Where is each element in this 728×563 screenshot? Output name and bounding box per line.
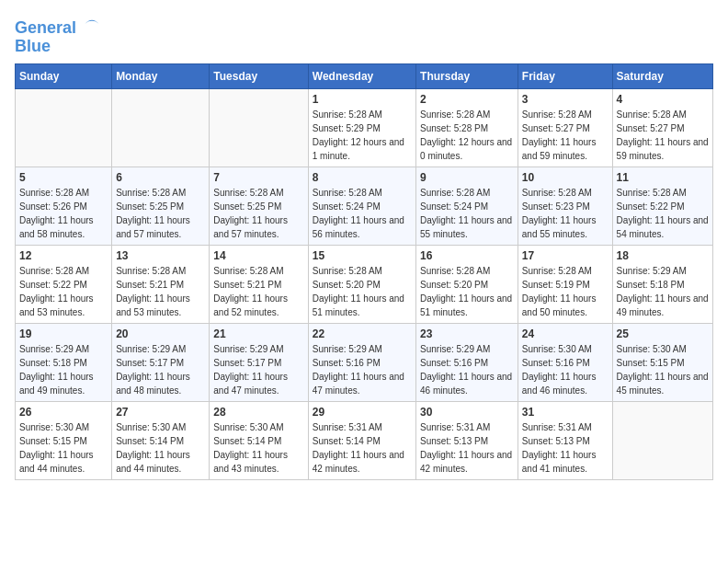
calendar-cell: 27Sunrise: 5:30 AMSunset: 5:14 PMDayligh… xyxy=(112,401,210,479)
calendar-cell: 3Sunrise: 5:28 AMSunset: 5:27 PMDaylight… xyxy=(518,88,612,167)
calendar-cell: 4Sunrise: 5:28 AMSunset: 5:27 PMDaylight… xyxy=(612,88,712,167)
calendar-week-2: 5Sunrise: 5:28 AMSunset: 5:26 PMDaylight… xyxy=(16,167,713,245)
calendar-cell: 26Sunrise: 5:30 AMSunset: 5:15 PMDayligh… xyxy=(16,401,112,479)
calendar-week-4: 19Sunrise: 5:29 AMSunset: 5:18 PMDayligh… xyxy=(16,323,713,401)
weekday-tuesday: Tuesday xyxy=(210,63,308,88)
day-info: Sunrise: 5:30 AMSunset: 5:14 PMDaylight:… xyxy=(213,420,303,476)
day-number: 24 xyxy=(522,327,609,340)
day-info: Sunrise: 5:28 AMSunset: 5:25 PMDaylight:… xyxy=(213,186,303,241)
day-number: 1 xyxy=(313,93,412,106)
day-info: Sunrise: 5:29 AMSunset: 5:17 PMDaylight:… xyxy=(213,342,303,397)
calendar-week-3: 12Sunrise: 5:28 AMSunset: 5:22 PMDayligh… xyxy=(16,245,713,323)
calendar-cell: 23Sunrise: 5:29 AMSunset: 5:16 PMDayligh… xyxy=(416,323,518,401)
day-number: 16 xyxy=(420,249,514,262)
calendar-cell: 14Sunrise: 5:28 AMSunset: 5:21 PMDayligh… xyxy=(210,245,308,323)
day-info: Sunrise: 5:28 AMSunset: 5:20 PMDaylight:… xyxy=(420,264,514,319)
day-number: 27 xyxy=(116,406,205,419)
calendar-cell xyxy=(210,88,308,167)
logo-text: General xyxy=(15,15,101,38)
logo-icon xyxy=(83,15,101,33)
day-info: Sunrise: 5:28 AMSunset: 5:19 PMDaylight:… xyxy=(522,264,609,319)
day-info: Sunrise: 5:31 AMSunset: 5:13 PMDaylight:… xyxy=(522,420,609,476)
day-number: 29 xyxy=(313,406,412,419)
weekday-wednesday: Wednesday xyxy=(308,63,415,88)
day-number: 12 xyxy=(19,249,108,262)
calendar-cell: 7Sunrise: 5:28 AMSunset: 5:25 PMDaylight… xyxy=(210,167,308,245)
weekday-thursday: Thursday xyxy=(416,63,518,88)
day-info: Sunrise: 5:28 AMSunset: 5:20 PMDaylight:… xyxy=(313,264,412,319)
day-info: Sunrise: 5:28 AMSunset: 5:28 PMDaylight:… xyxy=(420,108,514,163)
day-info: Sunrise: 5:31 AMSunset: 5:13 PMDaylight:… xyxy=(420,420,514,476)
day-info: Sunrise: 5:28 AMSunset: 5:21 PMDaylight:… xyxy=(116,264,205,319)
weekday-saturday: Saturday xyxy=(612,63,712,88)
calendar-cell: 17Sunrise: 5:28 AMSunset: 5:19 PMDayligh… xyxy=(518,245,612,323)
day-number: 21 xyxy=(213,327,303,340)
day-info: Sunrise: 5:28 AMSunset: 5:24 PMDaylight:… xyxy=(313,186,412,241)
day-number: 4 xyxy=(617,93,709,106)
day-info: Sunrise: 5:28 AMSunset: 5:22 PMDaylight:… xyxy=(19,264,108,319)
day-info: Sunrise: 5:28 AMSunset: 5:27 PMDaylight:… xyxy=(522,108,609,163)
day-info: Sunrise: 5:28 AMSunset: 5:25 PMDaylight:… xyxy=(116,186,205,241)
calendar-cell: 31Sunrise: 5:31 AMSunset: 5:13 PMDayligh… xyxy=(518,401,612,479)
day-number: 14 xyxy=(213,249,303,262)
weekday-sunday: Sunday xyxy=(16,63,112,88)
weekday-friday: Friday xyxy=(518,63,612,88)
calendar-cell: 13Sunrise: 5:28 AMSunset: 5:21 PMDayligh… xyxy=(112,245,210,323)
day-number: 2 xyxy=(420,93,514,106)
day-number: 31 xyxy=(522,406,609,419)
day-info: Sunrise: 5:31 AMSunset: 5:14 PMDaylight:… xyxy=(313,420,412,476)
calendar-cell: 24Sunrise: 5:30 AMSunset: 5:16 PMDayligh… xyxy=(518,323,612,401)
calendar-cell: 16Sunrise: 5:28 AMSunset: 5:20 PMDayligh… xyxy=(416,245,518,323)
calendar-cell xyxy=(112,88,210,167)
day-info: Sunrise: 5:28 AMSunset: 5:22 PMDaylight:… xyxy=(617,186,709,241)
calendar-cell: 6Sunrise: 5:28 AMSunset: 5:25 PMDaylight… xyxy=(112,167,210,245)
day-number: 26 xyxy=(19,406,108,419)
day-info: Sunrise: 5:30 AMSunset: 5:14 PMDaylight:… xyxy=(116,420,205,476)
calendar-header: SundayMondayTuesdayWednesdayThursdayFrid… xyxy=(16,63,713,88)
day-number: 5 xyxy=(19,171,108,184)
day-number: 11 xyxy=(617,171,709,184)
calendar-cell: 28Sunrise: 5:30 AMSunset: 5:14 PMDayligh… xyxy=(210,401,308,479)
day-number: 13 xyxy=(116,249,205,262)
day-info: Sunrise: 5:29 AMSunset: 5:18 PMDaylight:… xyxy=(617,264,709,319)
day-info: Sunrise: 5:29 AMSunset: 5:18 PMDaylight:… xyxy=(19,342,108,397)
calendar-cell: 8Sunrise: 5:28 AMSunset: 5:24 PMDaylight… xyxy=(308,167,415,245)
calendar-cell: 18Sunrise: 5:29 AMSunset: 5:18 PMDayligh… xyxy=(612,245,712,323)
day-number: 20 xyxy=(116,327,205,340)
day-info: Sunrise: 5:28 AMSunset: 5:23 PMDaylight:… xyxy=(522,186,609,241)
day-number: 6 xyxy=(116,171,205,184)
calendar-cell: 2Sunrise: 5:28 AMSunset: 5:28 PMDaylight… xyxy=(416,88,518,167)
weekday-monday: Monday xyxy=(112,63,210,88)
day-number: 3 xyxy=(522,93,609,106)
day-number: 23 xyxy=(420,327,514,340)
calendar-cell: 30Sunrise: 5:31 AMSunset: 5:13 PMDayligh… xyxy=(416,401,518,479)
calendar-cell: 29Sunrise: 5:31 AMSunset: 5:14 PMDayligh… xyxy=(308,401,415,479)
day-number: 10 xyxy=(522,171,609,184)
calendar-cell: 22Sunrise: 5:29 AMSunset: 5:16 PMDayligh… xyxy=(308,323,415,401)
calendar-week-5: 26Sunrise: 5:30 AMSunset: 5:15 PMDayligh… xyxy=(16,401,713,479)
calendar-week-1: 1Sunrise: 5:28 AMSunset: 5:29 PMDaylight… xyxy=(16,88,713,167)
calendar-table: SundayMondayTuesdayWednesdayThursdayFrid… xyxy=(15,63,713,480)
day-info: Sunrise: 5:30 AMSunset: 5:16 PMDaylight:… xyxy=(522,342,609,397)
day-info: Sunrise: 5:29 AMSunset: 5:17 PMDaylight:… xyxy=(116,342,205,397)
day-info: Sunrise: 5:29 AMSunset: 5:16 PMDaylight:… xyxy=(420,342,514,397)
day-info: Sunrise: 5:29 AMSunset: 5:16 PMDaylight:… xyxy=(313,342,412,397)
calendar-cell: 25Sunrise: 5:30 AMSunset: 5:15 PMDayligh… xyxy=(612,323,712,401)
day-info: Sunrise: 5:28 AMSunset: 5:26 PMDaylight:… xyxy=(19,186,108,241)
day-info: Sunrise: 5:30 AMSunset: 5:15 PMDaylight:… xyxy=(617,342,709,397)
day-number: 8 xyxy=(313,171,412,184)
day-number: 15 xyxy=(313,249,412,262)
calendar-cell: 10Sunrise: 5:28 AMSunset: 5:23 PMDayligh… xyxy=(518,167,612,245)
calendar-cell xyxy=(16,88,112,167)
calendar-cell: 15Sunrise: 5:28 AMSunset: 5:20 PMDayligh… xyxy=(308,245,415,323)
weekday-header-row: SundayMondayTuesdayWednesdayThursdayFrid… xyxy=(16,63,713,88)
day-info: Sunrise: 5:30 AMSunset: 5:15 PMDaylight:… xyxy=(19,420,108,476)
calendar-cell: 9Sunrise: 5:28 AMSunset: 5:24 PMDaylight… xyxy=(416,167,518,245)
day-number: 19 xyxy=(19,327,108,340)
day-number: 17 xyxy=(522,249,609,262)
day-number: 22 xyxy=(313,327,412,340)
logo: General Blue xyxy=(15,15,101,56)
day-number: 30 xyxy=(420,406,514,419)
day-number: 18 xyxy=(617,249,709,262)
calendar-cell xyxy=(612,401,712,479)
